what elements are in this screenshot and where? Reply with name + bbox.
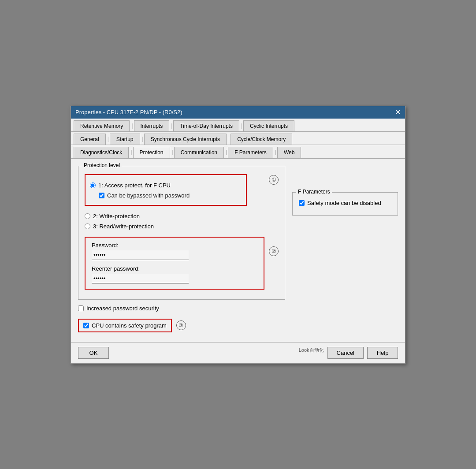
password-section: Password: Reenter password: — [85, 237, 264, 290]
tab-protection[interactable]: Protection — [133, 147, 170, 158]
main-content: Protection level 1: Access protect. for … — [71, 159, 405, 342]
radio-access-protect[interactable] — [90, 182, 96, 188]
radio-write-protect[interactable] — [85, 213, 90, 219]
bottom-right-buttons: Look自动化 Cancel Help — [299, 347, 398, 359]
access-protect-box: 1: Access protect. for F CPU Can be bypa… — [85, 174, 247, 206]
radio-option-3-label: 3: Read/write-protection — [93, 223, 154, 230]
radio-option-1-label: 1: Access protect. for F CPU — [98, 182, 171, 189]
safety-mode-checkbox[interactable] — [299, 200, 305, 206]
cpu-safety-checkbox[interactable] — [83, 323, 89, 328]
increased-security-row: Increased password security — [78, 305, 285, 312]
watermark: Look自动化 — [299, 347, 324, 359]
cancel-button[interactable]: Cancel — [327, 347, 364, 359]
badge-3: ③ — [176, 320, 186, 330]
tab-retentive-memory[interactable]: Retentive Memory — [74, 120, 130, 131]
f-params-legend: F Parameters — [296, 189, 332, 195]
radio-option-2-label: 2: Write-protection — [93, 213, 140, 220]
tab-sync-cycle[interactable]: Synchronous Cycle Interrupts — [144, 134, 227, 145]
close-button[interactable]: ✕ — [395, 109, 401, 116]
cpu-safety-box: CPU contains safety program — [78, 319, 172, 332]
cpu-safety-row: CPU contains safety program ③ — [78, 316, 285, 335]
bottom-bar: OK Look自动化 Cancel Help — [71, 342, 405, 363]
can-bypass-checkbox[interactable] — [99, 193, 104, 198]
f-params-section: F Parameters Safety mode can be disabled — [292, 192, 398, 216]
tab-interrupts[interactable]: Interrupts — [134, 120, 170, 131]
reenter-password-input[interactable] — [92, 274, 189, 283]
tab-f-parameters[interactable]: F Parameters — [228, 147, 273, 158]
tab-time-of-day[interactable]: Time-of-Day Interrupts — [173, 120, 239, 131]
can-bypass-label: Can be bypassed with password — [107, 192, 190, 199]
left-panel: Protection level 1: Access protect. for … — [78, 166, 285, 335]
radio-readwrite-protect[interactable] — [85, 223, 90, 229]
option1-row: 1: Access protect. for F CPU Can be bypa… — [85, 171, 279, 209]
tab-row-2: General | Startup | Synchronous Cycle In… — [71, 132, 405, 145]
help-button[interactable]: Help — [367, 347, 398, 359]
tab-web[interactable]: Web — [277, 147, 301, 158]
reenter-label: Reenter password: — [92, 265, 257, 272]
password-label: Password: — [92, 242, 257, 249]
password-row: Password: Reenter password: ② — [85, 233, 279, 293]
badge-1: ① — [269, 175, 279, 185]
tab-cycle-clock[interactable]: Cycle/Clock Memory — [231, 134, 292, 145]
tab-communication[interactable]: Communication — [174, 147, 224, 158]
badge-2: ② — [269, 246, 279, 256]
radio-option-1: 1: Access protect. for F CPU — [90, 182, 242, 189]
can-bypass-option: Can be bypassed with password — [99, 192, 242, 199]
tab-cyclic-interrupts[interactable]: Cyclic Interrupts — [243, 120, 294, 131]
protection-level-section: Protection level 1: Access protect. for … — [78, 166, 285, 300]
cpu-safety-label: CPU contains safety program — [92, 322, 167, 329]
dialog-window: Properties - CPU 317F-2 PN/DP - (R0/S2) … — [71, 106, 405, 364]
right-panel: F Parameters Safety mode can be disabled — [292, 166, 398, 335]
tab-diagnostics[interactable]: Diagnostics/Clock — [74, 147, 129, 158]
tab-row-3: Diagnostics/Clock | Protection | Communi… — [71, 145, 405, 159]
password-input[interactable] — [92, 250, 189, 260]
safety-mode-label: Safety mode can be disabled — [307, 200, 381, 206]
tab-startup[interactable]: Startup — [110, 134, 140, 145]
radio-option-3: 3: Read/write-protection — [85, 223, 279, 230]
increased-security-checkbox[interactable] — [78, 305, 84, 311]
title-bar: Properties - CPU 317F-2 PN/DP - (R0/S2) … — [71, 106, 405, 119]
protection-level-legend: Protection level — [82, 162, 122, 168]
safety-mode-option: Safety mode can be disabled — [299, 200, 391, 206]
ok-button[interactable]: OK — [78, 347, 109, 359]
radio-option-2: 2: Write-protection — [85, 213, 279, 220]
tab-row-1: Retentive Memory | Interrupts | Time-of-… — [71, 119, 405, 132]
tab-general[interactable]: General — [74, 134, 106, 145]
increased-security-label: Increased password security — [86, 305, 159, 312]
dialog-title: Properties - CPU 317F-2 PN/DP - (R0/S2) — [75, 109, 182, 115]
